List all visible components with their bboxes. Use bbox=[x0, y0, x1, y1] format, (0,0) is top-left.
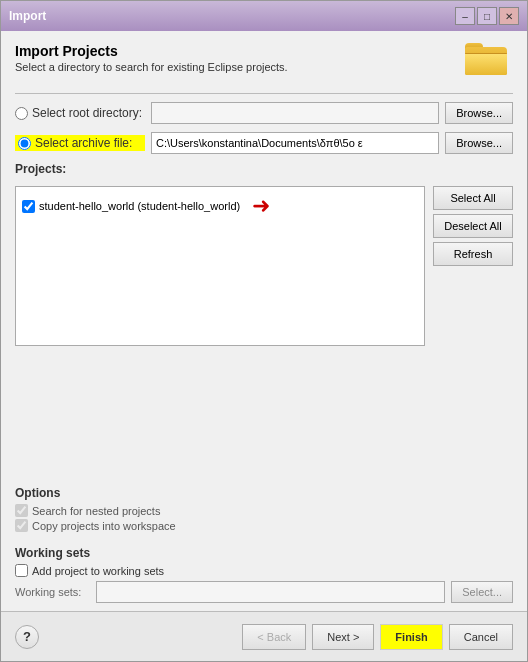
copy-projects-label: Copy projects into workspace bbox=[32, 520, 176, 532]
archive-path-input[interactable] bbox=[151, 132, 439, 154]
add-working-sets-checkbox[interactable] bbox=[15, 564, 28, 577]
working-sets-select-row: Working sets: Select... bbox=[15, 581, 513, 603]
root-browse-button[interactable]: Browse... bbox=[445, 102, 513, 124]
header-separator bbox=[15, 93, 513, 94]
root-directory-row: Select root directory: Browse... bbox=[15, 102, 513, 124]
archive-file-row: Select archive file: Browse... bbox=[15, 132, 513, 154]
minimize-button[interactable]: – bbox=[455, 7, 475, 25]
working-sets-select-button[interactable]: Select... bbox=[451, 581, 513, 603]
header-text: Import Projects Select a directory to se… bbox=[15, 43, 465, 73]
deselect-all-button[interactable]: Deselect All bbox=[433, 214, 513, 238]
help-button[interactable]: ? bbox=[15, 625, 39, 649]
next-button[interactable]: Next > bbox=[312, 624, 374, 650]
archive-browse-button[interactable]: Browse... bbox=[445, 132, 513, 154]
archive-radio-label[interactable]: Select archive file: bbox=[15, 135, 145, 151]
archive-radio-text: Select archive file: bbox=[35, 136, 132, 150]
project-name: student-hello_world (student-hello_world… bbox=[39, 200, 240, 212]
working-sets-input[interactable] bbox=[96, 581, 445, 603]
title-bar: Import – □ ✕ bbox=[1, 1, 527, 31]
root-radio-text: Select root directory: bbox=[32, 106, 142, 120]
close-button[interactable]: ✕ bbox=[499, 7, 519, 25]
navigation-buttons: < Back Next > Finish Cancel bbox=[242, 624, 513, 650]
maximize-button[interactable]: □ bbox=[477, 7, 497, 25]
title-bar-text: Import bbox=[9, 9, 46, 23]
header-section: Import Projects Select a directory to se… bbox=[15, 43, 513, 81]
window-title: Import bbox=[9, 9, 46, 23]
working-sets-title: Working sets bbox=[15, 546, 513, 560]
project-checkbox[interactable] bbox=[22, 200, 35, 213]
cancel-button[interactable]: Cancel bbox=[449, 624, 513, 650]
select-all-button[interactable]: Select All bbox=[433, 186, 513, 210]
projects-label: Projects: bbox=[15, 162, 513, 176]
import-window: Import – □ ✕ Import Projects Select a di… bbox=[0, 0, 528, 662]
search-nested-checkbox[interactable] bbox=[15, 504, 28, 517]
folder-icon-area bbox=[465, 39, 513, 81]
finish-button[interactable]: Finish bbox=[380, 624, 442, 650]
project-side-buttons: Select All Deselect All Refresh bbox=[433, 186, 513, 476]
folder-icon bbox=[465, 39, 509, 75]
red-arrow-icon: ➜ bbox=[252, 193, 270, 219]
refresh-button[interactable]: Refresh bbox=[433, 242, 513, 266]
root-directory-input[interactable] bbox=[151, 102, 439, 124]
root-radio-label[interactable]: Select root directory: bbox=[15, 106, 145, 120]
working-sets-section: Working sets Add project to working sets… bbox=[15, 546, 513, 603]
back-button[interactable]: < Back bbox=[242, 624, 306, 650]
options-section: Options Search for nested projects Copy … bbox=[15, 486, 513, 534]
project-item[interactable]: student-hello_world (student-hello_world… bbox=[20, 191, 420, 221]
folder-front bbox=[465, 53, 507, 75]
add-working-sets-label: Add project to working sets bbox=[32, 565, 164, 577]
archive-radio[interactable] bbox=[18, 137, 31, 150]
copy-projects-checkbox[interactable] bbox=[15, 519, 28, 532]
copy-projects-row: Copy projects into workspace bbox=[15, 519, 513, 532]
main-content: Import Projects Select a directory to se… bbox=[1, 31, 527, 611]
title-bar-controls: – □ ✕ bbox=[455, 7, 519, 25]
projects-list[interactable]: student-hello_world (student-hello_world… bbox=[15, 186, 425, 346]
bottom-bar: ? < Back Next > Finish Cancel bbox=[1, 611, 527, 661]
search-nested-row: Search for nested projects bbox=[15, 504, 513, 517]
dialog-subtitle: Select a directory to search for existin… bbox=[15, 61, 465, 73]
projects-container: student-hello_world (student-hello_world… bbox=[15, 186, 513, 476]
root-radio[interactable] bbox=[15, 107, 28, 120]
add-to-working-sets-row: Add project to working sets bbox=[15, 564, 513, 577]
working-sets-field-label: Working sets: bbox=[15, 586, 90, 598]
dialog-title: Import Projects bbox=[15, 43, 465, 59]
options-title: Options bbox=[15, 486, 513, 500]
search-nested-label: Search for nested projects bbox=[32, 505, 160, 517]
